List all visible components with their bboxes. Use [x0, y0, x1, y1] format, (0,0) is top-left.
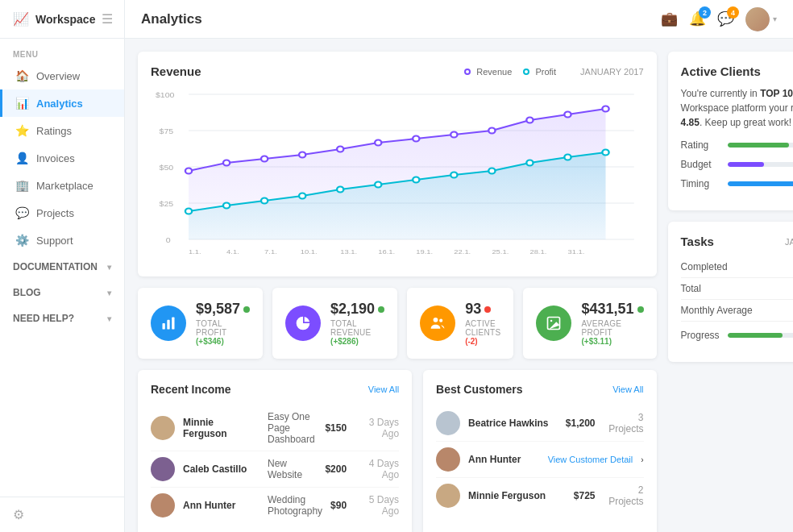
revenue-icon-wrap [285, 305, 321, 341]
stat-total-revenue: $2,190 TOTAL REVENUE (+$286) [272, 288, 397, 359]
customer-avatar-0 [436, 411, 460, 435]
svg-point-40 [375, 182, 381, 188]
active-clients-card: Active Clients You're currently in TOP 1… [668, 52, 793, 210]
svg-point-41 [413, 177, 419, 183]
svg-text:$100: $100 [156, 91, 175, 99]
svg-text:31.1.: 31.1. [567, 248, 584, 256]
svg-point-35 [185, 209, 192, 214]
blog-collapse[interactable]: BLOG ▾ [0, 280, 124, 305]
avatar-chevron-icon: ▾ [773, 15, 777, 23]
tasks-period: JANUARY 2017 [785, 237, 793, 247]
revenue-legend-item: Revenue [464, 67, 512, 77]
tasks-card: Tasks JANUARY 2017 Completed 340 Total 5… [668, 222, 793, 362]
clients-label: ACTIVE CLIENTS [465, 319, 500, 337]
user-avatar-button[interactable]: ▾ [745, 7, 777, 31]
chevron-right-icon: › [641, 455, 643, 464]
clients-change: (-2) [465, 337, 500, 346]
best-customers-view-all[interactable]: View All [612, 384, 643, 394]
svg-point-26 [337, 147, 343, 152]
logo-text: Workspace [35, 13, 95, 26]
profit-label: TOTAL PROFIT [196, 319, 250, 337]
timing-progress-fill [728, 181, 793, 186]
revenue-status-dot [378, 306, 384, 313]
svg-point-25 [299, 152, 305, 158]
svg-point-30 [488, 128, 495, 134]
stats-row: $9,587 TOTAL PROFIT (+$346) $2,190 [138, 288, 657, 359]
svg-text:1.1.: 1.1. [189, 248, 201, 256]
image-icon [546, 315, 562, 331]
svg-text:28.1.: 28.1. [529, 248, 546, 256]
profit-dot [523, 69, 529, 75]
svg-point-46 [602, 150, 608, 156]
marketplace-icon: 🏢 [15, 179, 28, 192]
chevron-down-icon: ▾ [107, 314, 111, 323]
star-icon: ⭐ [15, 124, 28, 137]
content-area: Revenue Revenue Profit JANUARY 2017 [125, 39, 793, 532]
svg-point-39 [337, 187, 343, 193]
income-row: Minnie Ferguson Easy One Page Dashboard … [151, 405, 399, 451]
sidebar-item-analytics[interactable]: 📊 Analytics [0, 89, 124, 117]
view-customer-detail-link[interactable]: View Customer Detail [548, 455, 633, 464]
profit-value: $9,587 [196, 301, 250, 318]
messages-badge: 4 [727, 6, 739, 19]
svg-text:19.1.: 19.1. [416, 248, 433, 256]
active-clients-header: Active Clients [681, 64, 793, 78]
recent-income-title: Recent Income [151, 383, 231, 396]
topbar: Analytics 💼 🔔 2 💬 4 ▾ [125, 0, 793, 39]
revenue-card-title: Revenue [151, 64, 201, 78]
briefcase-button[interactable]: 💼 [661, 10, 678, 27]
settings-icon[interactable]: ⚙ [13, 508, 24, 522]
svg-point-44 [526, 160, 533, 166]
customer-row: Beatrice Hawkins $1,200 3 Projects [436, 405, 643, 442]
chart-bar-icon [160, 315, 176, 331]
invoices-icon: 👤 [15, 152, 28, 164]
sidebar-item-marketplace[interactable]: 🏢 Marketplace [0, 172, 124, 199]
svg-point-50 [434, 318, 438, 322]
svg-text:0: 0 [166, 236, 171, 244]
sidebar-item-support[interactable]: ⚙️ Support [0, 227, 124, 254]
messages-button[interactable]: 💬 4 [717, 10, 734, 27]
svg-rect-49 [172, 318, 174, 330]
sidebar-item-projects[interactable]: 💬 Projects [0, 199, 124, 227]
svg-point-33 [602, 106, 608, 112]
users-icon [430, 315, 446, 331]
chart-svg: $100 $75 $50 $25 0 1.1. 4.1. 7.1. 10.1. … [151, 86, 644, 264]
projects-icon: 💬 [15, 206, 28, 219]
recent-income-header: Recent Income View All [151, 383, 399, 396]
sidebar-item-overview[interactable]: 🏠 Overview [0, 62, 124, 89]
customer-row: Minnie Ferguson $725 2 Projects [436, 478, 643, 513]
tasks-progress-section: Progress 65,3% [681, 330, 793, 341]
logo-icon: 📈 [13, 11, 29, 27]
profit-icon-wrap [151, 305, 186, 341]
chevron-down-icon: ▾ [107, 289, 111, 297]
recent-income-view-all[interactable]: View All [368, 384, 399, 394]
revenue-card-header: Revenue Revenue Profit JANUARY 2017 [151, 64, 644, 78]
revenue-label: TOTAL REVENUE [330, 319, 384, 337]
revenue-dot [464, 69, 471, 75]
active-clients-title: Active Clients [681, 64, 761, 78]
sidebar-item-ratings[interactable]: ⭐ Ratings [0, 117, 124, 144]
need-help-collapse[interactable]: NEED HELP? ▾ [0, 305, 124, 331]
svg-point-28 [413, 136, 419, 142]
svg-point-53 [550, 320, 553, 322]
sidebar-item-invoices[interactable]: 👤 Invoices [0, 144, 124, 172]
support-icon: ⚙️ [15, 234, 28, 247]
bottom-row: Recent Income View All Minnie Ferguson E… [138, 370, 657, 532]
documentation-collapse[interactable]: DOCUMENTATION ▾ [0, 254, 124, 280]
svg-point-36 [223, 203, 230, 209]
user-avatar [745, 7, 770, 31]
svg-rect-48 [167, 320, 169, 330]
svg-text:$75: $75 [160, 127, 174, 135]
svg-point-29 [450, 132, 457, 138]
customer-row: Ann Hunter View Customer Detail › [436, 442, 643, 478]
hamburger-icon[interactable]: ☰ [102, 11, 113, 27]
page-title: Analytics [141, 11, 661, 27]
rating-metric: Rating 72,3% [681, 139, 793, 151]
avg-profit-value: $431,51 [581, 301, 643, 318]
svg-text:7.1.: 7.1. [264, 248, 277, 256]
revenue-info: $2,190 TOTAL REVENUE (+$286) [330, 301, 384, 346]
stat-average-profit: $431,51 AVERAGE PROFIT (+$3.11) [523, 288, 656, 359]
task-total-row: Total 520 [681, 278, 793, 300]
notifications-badge: 2 [699, 6, 711, 19]
notifications-button[interactable]: 🔔 2 [689, 10, 706, 27]
